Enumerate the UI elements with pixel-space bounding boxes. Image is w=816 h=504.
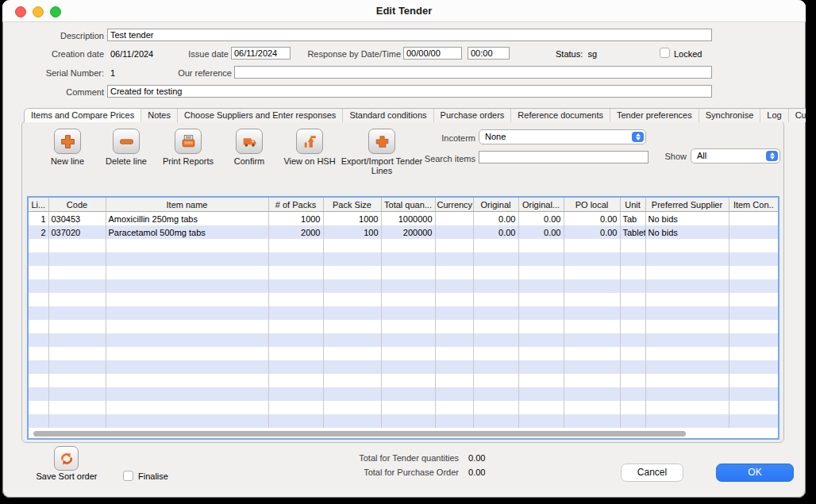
table-cell — [645, 333, 729, 347]
table-row[interactable]: 2037020Paracetamol 500mg tabs20001002000… — [29, 225, 778, 239]
table-cell — [620, 239, 645, 252]
table-row[interactable] — [29, 360, 778, 374]
table-cell — [729, 293, 778, 306]
table-cell — [48, 387, 106, 401]
table-cell — [645, 387, 729, 401]
finalise-checkbox[interactable] — [123, 471, 133, 481]
table-row[interactable] — [29, 306, 778, 320]
table-cell — [564, 293, 620, 306]
table-row[interactable] — [29, 374, 778, 387]
table-cell — [518, 387, 564, 401]
column-header[interactable]: Li... — [29, 198, 48, 212]
table-row[interactable] — [29, 320, 778, 333]
table-cell: 0.00 — [564, 225, 620, 239]
window-titlebar: Edit Tender — [2, 0, 806, 22]
sync-icon — [59, 451, 75, 467]
table-cell — [381, 360, 435, 374]
save-sort-order-label: Save Sort order — [25, 471, 109, 481]
tab-currencies[interactable]: Currencies — [789, 109, 806, 122]
tab-notes[interactable]: Notes — [141, 109, 178, 122]
tab-standard-conditions[interactable]: Standard conditions — [343, 109, 433, 122]
table-cell: 0.00 — [564, 212, 620, 226]
table-cell — [518, 347, 564, 360]
table-cell — [323, 252, 381, 266]
table-cell — [268, 347, 323, 360]
cancel-button[interactable]: Cancel — [621, 464, 683, 482]
table-cell — [620, 347, 645, 360]
response-by-time-input[interactable] — [468, 47, 510, 60]
tab-items-and-compare-prices[interactable]: Items and Compare Prices — [25, 109, 141, 122]
tab-choose-suppliers[interactable]: Choose Suppliers and Enter responses — [178, 109, 343, 122]
search-items-input[interactable] — [479, 151, 649, 164]
column-header[interactable]: Item Con.. — [729, 198, 778, 212]
table-row[interactable] — [29, 266, 778, 279]
column-header[interactable]: Total quan... — [381, 198, 435, 212]
ok-button[interactable]: OK — [716, 464, 794, 482]
table-cell — [620, 414, 645, 428]
table-cell — [729, 347, 778, 360]
column-header[interactable]: Preferred Supplier — [645, 198, 729, 212]
table-cell — [729, 306, 778, 320]
table-row[interactable] — [29, 239, 778, 252]
table-cell — [564, 414, 620, 428]
view-on-hsh-button[interactable]: View on HSH — [272, 129, 347, 166]
table-cell — [564, 360, 620, 374]
save-sort-order-button[interactable] — [54, 446, 79, 471]
column-header[interactable]: Original — [473, 198, 518, 212]
issue-date-input[interactable] — [231, 47, 291, 60]
creation-date-value: 06/11/2024 — [110, 49, 153, 59]
tab-log[interactable]: Log — [760, 109, 788, 122]
response-by-date-input[interactable] — [403, 47, 462, 60]
table-cell — [645, 266, 729, 279]
tab-purchase-orders[interactable]: Purchase orders — [434, 109, 512, 122]
table-cell — [268, 293, 323, 306]
column-header[interactable]: PO local — [564, 198, 620, 212]
table-cell: 0.00 — [518, 212, 564, 226]
table-row[interactable] — [29, 347, 778, 360]
table-cell — [106, 360, 268, 374]
table-row[interactable] — [29, 252, 778, 266]
table-cell — [381, 252, 435, 266]
table-cell — [729, 414, 778, 428]
table-cell — [48, 374, 106, 387]
table-row[interactable] — [29, 387, 778, 401]
column-header[interactable]: Unit — [620, 198, 645, 212]
table-cell — [323, 347, 381, 360]
table-cell — [435, 279, 473, 293]
tab-reference-documents[interactable]: Reference documents — [511, 109, 610, 122]
table-cell: Amoxicillin 250mg tabs — [106, 212, 268, 226]
tab-synchronise[interactable]: Synchronise — [699, 109, 761, 122]
table-row[interactable] — [29, 293, 778, 306]
table-cell — [473, 252, 518, 266]
table-cell — [473, 266, 518, 279]
comment-input[interactable] — [107, 85, 712, 98]
table-row[interactable] — [29, 401, 778, 414]
table-row[interactable]: 1030453Amoxicillin 250mg tabs10001000100… — [29, 212, 778, 226]
horizontal-scrollbar-thumb[interactable] — [33, 431, 686, 437]
table-cell — [48, 347, 106, 360]
description-input[interactable] — [107, 29, 712, 41]
column-header[interactable]: Currency — [435, 198, 473, 212]
delete-line-button[interactable]: Delete line — [90, 129, 162, 166]
total-purchase-order-label: Total for Purchase Order — [300, 467, 459, 477]
column-header[interactable]: Code — [48, 198, 106, 212]
table-row[interactable] — [29, 333, 778, 347]
table-cell — [645, 401, 729, 414]
table-cell — [106, 279, 268, 293]
horizontal-scrollbar — [29, 429, 778, 438]
table-cell — [564, 374, 620, 387]
table-cell — [268, 360, 323, 374]
column-header[interactable]: Item name — [106, 198, 268, 212]
incoterm-dropdown[interactable]: None — [479, 129, 646, 144]
column-header[interactable]: Pack Size — [323, 198, 381, 212]
our-reference-input[interactable] — [234, 66, 712, 79]
locked-checkbox[interactable] — [660, 48, 670, 58]
table-row[interactable] — [29, 414, 778, 428]
column-header[interactable]: # of Packs — [268, 198, 323, 212]
table-row[interactable] — [29, 279, 778, 293]
table-cell — [48, 360, 106, 374]
table-cell — [518, 414, 564, 428]
column-header[interactable]: Original... — [518, 198, 564, 212]
show-dropdown[interactable]: All — [691, 148, 780, 164]
tab-tender-preferences[interactable]: Tender preferences — [610, 109, 699, 122]
